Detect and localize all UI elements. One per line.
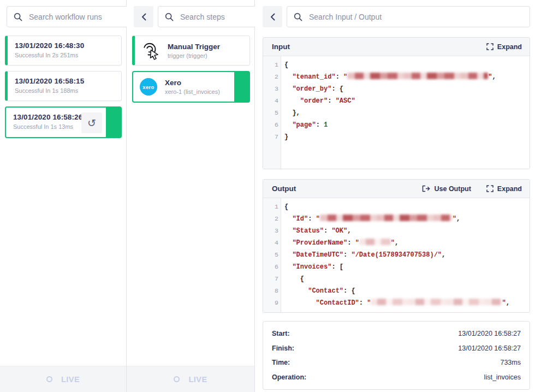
meta-label: Time: [272,359,290,366]
xero-logo-text: xero [140,78,157,96]
line-number: 5 [263,249,278,261]
retry-icon: ↺ [87,118,96,128]
back-button[interactable] [134,6,153,27]
input-panel-header: Input Expand [263,38,530,56]
live-label: LIVE [61,375,80,384]
input-panel-title: Input [272,43,486,51]
run-card-selected[interactable]: 13/01/2020 16:58:26 Successful In 1s 13m… [5,106,122,138]
step-text: Xero xero-1 (list_invoices) [165,79,220,95]
code-line: 3 "order_by": { [263,83,530,95]
line-number: 3 [263,225,278,237]
code-line: 3 "Status": "OK", [263,225,530,237]
line-number: 1 [263,201,278,213]
meta-value: 13/01/2020 16:58:27 [458,345,521,352]
chevron-left-icon [270,13,275,21]
runs-search-row [0,0,126,27]
meta-row-operation: Operation: list_invoices [272,370,521,385]
step-subtitle: xero-1 (list_invoices) [165,88,220,95]
run-status: Successful In 1s 188ms [15,87,116,94]
workflow-debugger: 13/01/2020 16:48:30 Successful In 2s 251… [0,0,535,392]
redacted-value [359,239,391,245]
search-icon [294,13,302,21]
expand-icon [486,185,494,192]
output-panel-title: Output [272,185,422,193]
use-output-label: Use Output [434,185,471,193]
code-line: 2 "Id": "", [263,213,530,225]
step-subtitle: trigger (trigger) [168,52,220,59]
redacted-value [371,299,502,305]
line-number: 7 [263,273,278,285]
runs-search-input[interactable] [28,12,129,22]
live-circle-icon [46,376,52,382]
steps-column: Manual Trigger trigger (trigger) xero Xe… [127,0,255,392]
code-line: 1{ [263,59,530,71]
step-card[interactable]: Manual Trigger trigger (trigger) [132,35,250,66]
run-card[interactable]: 13/01/2020 16:58:15 Successful In 1s 188… [5,71,122,101]
code-line: 5 "DateTimeUTC": "/Date(1578934707538)/"… [263,249,530,261]
output-expand-button[interactable]: Expand [486,185,522,193]
expand-icon [486,43,494,50]
runs-live-toggle[interactable]: LIVE [43,375,83,384]
line-number: 2 [263,71,278,83]
line-number: 1 [263,59,278,71]
io-column: Input Expand 1{2 "tenant_id": "",3 "orde… [255,0,535,392]
steps-live-toggle[interactable]: LIVE [170,375,210,384]
line-number: 5 [263,107,278,119]
redacted-value [320,215,453,221]
input-code-editor[interactable]: 1{2 "tenant_id": "",3 "order_by": {4 "or… [263,56,530,169]
steps-search-row [127,0,254,27]
code-line: 6 "Invoices": [ [263,261,530,273]
code-line: 4 "ProviderName": "", [263,237,530,249]
step-card-body: xero Xero xero-1 (list_invoices) [133,72,249,102]
rerun-button[interactable]: ↺ [81,112,102,133]
line-number: 4 [263,95,278,107]
search-icon [14,13,22,21]
live-label: LIVE [188,375,207,384]
use-output-button[interactable]: Use Output [422,185,471,193]
run-timestamp: 13/01/2020 16:58:15 [15,77,116,85]
manual-trigger-icon [141,41,160,60]
meta-row-time: Time: 733ms [272,355,521,370]
code-line: 6 "page": 1 [263,119,530,131]
run-meta-panel: Start: 13/01/2020 16:58:27 Finish: 13/01… [263,321,530,390]
code-line: 7 { [263,273,530,285]
selected-step-strip [234,72,249,102]
io-search-input[interactable] [308,12,523,22]
runs-search-box[interactable] [7,6,136,27]
runs-column: 13/01/2020 16:48:30 Successful In 2s 251… [0,0,127,392]
input-expand-button[interactable]: Expand [486,43,522,51]
step-title: Xero [165,79,220,87]
output-code-editor[interactable]: 1{2 "Id": "",3 "Status": "OK",4 "Provide… [263,198,530,312]
xero-logo: xero [140,78,157,96]
step-card-body: Manual Trigger trigger (trigger) [135,36,249,65]
meta-label: Start: [272,330,290,337]
meta-row-finish: Finish: 13/01/2020 16:58:27 [272,341,521,356]
meta-value: 13/01/2020 16:58:27 [458,330,521,337]
line-number: 6 [263,261,278,273]
run-card-body: 13/01/2020 16:48:30 Successful In 2s 251… [8,36,121,58]
chevron-left-icon [141,13,146,21]
run-card-body: 13/01/2020 16:58:26 Successful In 1s 13m… [6,108,121,130]
meta-label: Operation: [272,373,306,381]
meta-value: list_invoices [484,373,521,381]
line-number: 6 [263,119,278,131]
code-line: 2 "tenant_id": "", [263,71,530,83]
back-button[interactable] [263,6,282,27]
step-card-selected[interactable]: xero Xero xero-1 (list_invoices) [132,71,250,103]
step-text: Manual Trigger trigger (trigger) [168,43,220,59]
code-line: 5 }, [263,107,530,119]
expand-label: Expand [497,43,522,51]
io-search-row [263,0,530,27]
step-title: Manual Trigger [168,43,220,51]
line-number: 3 [263,83,278,95]
use-output-icon [422,185,430,192]
code-line: 1{ [263,201,530,213]
io-search-box[interactable] [287,6,530,27]
meta-value: 733ms [500,359,521,366]
meta-label: Finish: [272,345,294,352]
code-line: 4 "order": "ASC" [263,95,530,107]
expand-label: Expand [497,185,522,193]
search-icon [165,13,174,21]
code-line: 8 "Contact": { [263,285,530,297]
run-card[interactable]: 13/01/2020 16:48:30 Successful In 2s 251… [5,35,122,66]
